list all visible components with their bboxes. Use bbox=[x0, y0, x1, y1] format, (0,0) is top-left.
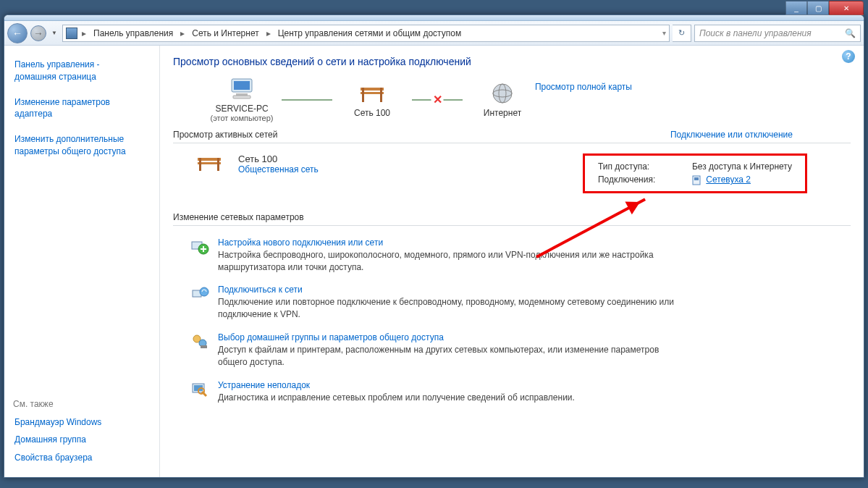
node-label: Интернет bbox=[463, 108, 542, 118]
breadcrumb-control-panel[interactable]: Панель управления bbox=[90, 27, 176, 40]
sidebar-label: Панель управления - bbox=[14, 59, 149, 71]
forward-button[interactable]: → bbox=[30, 25, 46, 41]
sidebar: Панель управления - домашняя страница Из… bbox=[4, 46, 160, 477]
window-controls: _ ▢ ✕ bbox=[785, 1, 864, 15]
sidebar-sharing-settings[interactable]: Изменить дополнительные параметры общего… bbox=[13, 130, 151, 161]
address-bar[interactable]: ▸ Панель управления ▸ Сеть и Интернет ▸ … bbox=[62, 25, 670, 42]
address-dropdown-icon[interactable]: ▾ bbox=[662, 29, 666, 37]
task-list: Настройка нового подключения или сети На… bbox=[173, 226, 851, 410]
svg-rect-1 bbox=[234, 81, 250, 90]
svg-point-8 bbox=[493, 84, 512, 103]
access-type-label: Тип доступа: bbox=[598, 161, 670, 172]
breadcrumb-sep: ▸ bbox=[265, 28, 272, 38]
breadcrumb-network-center[interactable]: Центр управления сетями и общим доступом bbox=[275, 27, 465, 40]
search-icon: 🔍 bbox=[845, 28, 856, 38]
homegroup-icon bbox=[190, 332, 209, 351]
network-map: SERVICE-PC (этот компьютер) Сеть 100 Инт… bbox=[202, 77, 851, 122]
task-description: Настройка беспроводного, широкополосного… bbox=[218, 249, 681, 274]
svg-point-20 bbox=[200, 287, 208, 296]
sidebar-home-link[interactable]: Панель управления - домашняя страница bbox=[13, 56, 151, 86]
network-details-highlighted: Тип доступа: Без доступа к Интернету Под… bbox=[583, 153, 807, 193]
node-label: Сеть 100 bbox=[332, 108, 412, 118]
minimize-button[interactable]: _ bbox=[785, 1, 807, 15]
task-description: Диагностика и исправление сетевых пробле… bbox=[218, 392, 575, 404]
svg-rect-3 bbox=[233, 96, 250, 98]
see-also-header: См. также bbox=[13, 399, 151, 413]
svg-rect-14 bbox=[217, 158, 219, 171]
connection-line-broken bbox=[412, 99, 463, 101]
network-type-link[interactable]: Общественная сеть bbox=[238, 164, 419, 174]
troubleshoot-icon bbox=[190, 380, 209, 399]
node-this-pc: SERVICE-PC (этот компьютер) bbox=[202, 77, 282, 122]
active-networks-header: Просмотр активных сетей Подключение или … bbox=[173, 127, 851, 143]
task-link[interactable]: Устранение неполадок bbox=[218, 380, 575, 392]
sidebar-label: Изменение параметров bbox=[14, 96, 149, 109]
section-label: Просмотр активных сетей bbox=[173, 130, 277, 140]
refresh-button[interactable]: ↻ bbox=[673, 25, 691, 42]
connect-icon bbox=[190, 285, 209, 303]
sidebar-homegroup[interactable]: Домашняя группа bbox=[13, 431, 151, 449]
svg-rect-23 bbox=[201, 345, 207, 348]
new-connection-icon bbox=[190, 237, 209, 256]
connection-line bbox=[282, 99, 332, 101]
sidebar-label: адаптера bbox=[14, 108, 149, 120]
task-connect-network: Подключиться к сети Подключение или повт… bbox=[190, 279, 851, 327]
content-area: Панель управления - домашняя страница Из… bbox=[4, 46, 864, 477]
sidebar-firewall[interactable]: Брандмауэр Windows bbox=[13, 413, 151, 432]
bench-icon bbox=[195, 153, 224, 174]
svg-rect-13 bbox=[199, 158, 201, 171]
breadcrumb-sep: ▸ bbox=[80, 28, 88, 38]
task-link[interactable]: Выбор домашней группы и параметров общег… bbox=[218, 332, 681, 344]
sidebar-browser-properties[interactable]: Свойства браузера bbox=[13, 449, 151, 467]
task-new-connection: Настройка нового подключения или сети На… bbox=[190, 232, 851, 279]
breadcrumb-network-internet[interactable]: Сеть и Интернет bbox=[189, 27, 261, 40]
search-placeholder: Поиск в панели управления bbox=[699, 28, 812, 38]
task-description: Подключение или повторное подключение к … bbox=[218, 296, 681, 321]
sidebar-label: параметры общего доступа bbox=[14, 146, 149, 158]
connect-disconnect-link[interactable]: Подключение или отключение bbox=[670, 130, 793, 140]
bench-icon bbox=[358, 82, 387, 105]
nic-icon bbox=[692, 175, 701, 185]
svg-rect-16 bbox=[694, 177, 699, 180]
connections-label: Подключения: bbox=[598, 174, 670, 185]
computer-icon bbox=[227, 77, 256, 101]
task-link[interactable]: Подключиться к сети bbox=[218, 285, 681, 296]
breadcrumb-sep: ▸ bbox=[179, 28, 186, 38]
svg-rect-7 bbox=[380, 88, 382, 102]
close-button[interactable]: ✕ bbox=[829, 1, 864, 15]
view-full-map-link[interactable]: Просмотр полной карты bbox=[535, 82, 632, 92]
help-icon[interactable]: ? bbox=[842, 50, 855, 63]
task-link[interactable]: Настройка нового подключения или сети bbox=[218, 237, 681, 249]
active-network-row: Сеть 100 Общественная сеть Тип доступа: … bbox=[173, 143, 851, 203]
node-network: Сеть 100 bbox=[332, 82, 412, 118]
page-title: Просмотр основных сведений о сети и наст… bbox=[173, 56, 851, 67]
location-icon bbox=[66, 28, 77, 39]
connection-adapter-link[interactable]: Сетевуха 2 bbox=[706, 174, 751, 185]
task-troubleshoot: Устранение неполадок Диагностика и испра… bbox=[190, 374, 851, 410]
sidebar-see-also: См. также Брандмауэр Windows Домашняя гр… bbox=[13, 392, 151, 467]
sidebar-label: Изменить дополнительные bbox=[14, 133, 149, 146]
main-panel: ? Просмотр основных сведений о сети и на… bbox=[160, 46, 864, 477]
svg-rect-6 bbox=[362, 88, 364, 102]
node-sublabel: (этот компьютер) bbox=[202, 114, 282, 122]
sidebar-adapter-settings[interactable]: Изменение параметров адаптера bbox=[13, 93, 151, 124]
titlebar bbox=[4, 15, 864, 21]
change-settings-header: Изменение сетевых параметров bbox=[173, 209, 851, 226]
access-type-value: Без доступа к Интернету bbox=[692, 161, 792, 172]
globe-icon bbox=[488, 82, 517, 105]
back-button[interactable]: ← bbox=[7, 23, 28, 43]
task-description: Доступ к файлам и принтерам, расположенн… bbox=[218, 344, 681, 369]
sidebar-label: домашняя страница bbox=[14, 71, 149, 83]
nav-history-dropdown[interactable]: ▼ bbox=[49, 27, 59, 40]
task-homegroup: Выбор домашней группы и параметров общег… bbox=[190, 327, 851, 374]
network-info: Сеть 100 Общественная сеть bbox=[238, 153, 419, 174]
search-input[interactable]: Поиск в панели управления 🔍 bbox=[694, 25, 861, 42]
node-internet: Интернет bbox=[463, 82, 542, 118]
network-name: Сеть 100 bbox=[238, 153, 419, 164]
maximize-button[interactable]: ▢ bbox=[807, 1, 829, 15]
navigation-bar: ← → ▼ ▸ Панель управления ▸ Сеть и Интер… bbox=[4, 21, 864, 46]
node-label: SERVICE-PC bbox=[202, 104, 282, 114]
control-panel-window: _ ▢ ✕ ← → ▼ ▸ Панель управления ▸ Сеть и… bbox=[4, 14, 864, 478]
